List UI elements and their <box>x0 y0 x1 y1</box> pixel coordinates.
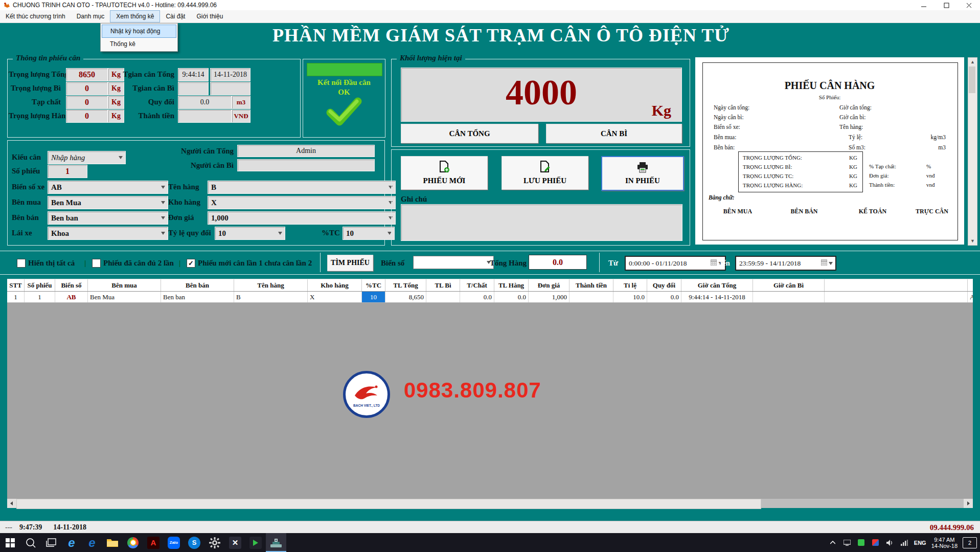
task-view-icon[interactable] <box>41 533 61 552</box>
taskbar-chrome-icon[interactable] <box>123 533 143 552</box>
table-header-cell[interactable]: Giờ cân Bì <box>753 279 825 291</box>
taskbar-edge2-icon[interactable]: e <box>82 533 102 552</box>
lai-xe-select[interactable]: Khoa <box>48 227 168 240</box>
table-cell[interactable]: 10.0 <box>613 292 647 302</box>
tray-language[interactable]: ENG <box>914 540 926 546</box>
table-cell[interactable]: 10 <box>362 292 385 302</box>
maximize-button[interactable] <box>935 0 958 10</box>
taskbar-x-app-icon[interactable]: ✕ <box>225 533 245 552</box>
table-cell[interactable]: 0.0 <box>460 292 494 302</box>
don-gia-select[interactable]: 1,000 <box>208 211 396 225</box>
table-header-cell[interactable]: Bên mua <box>88 279 161 291</box>
tray-monitor-icon[interactable] <box>842 538 852 547</box>
menu-item-thong-ke[interactable]: Thống kê <box>102 38 176 50</box>
ben-mua-select[interactable]: Ben Mua <box>48 196 168 209</box>
luu-phieu-button[interactable]: LƯU PHIẾU <box>502 156 588 190</box>
table-header-cell[interactable]: Số phiếu <box>25 279 55 291</box>
taskbar-adobe-icon[interactable]: A <box>143 533 164 552</box>
tc-select[interactable]: 10 <box>343 227 395 240</box>
ben-ban-select[interactable]: Ben ban <box>48 211 168 225</box>
phieu-moi-button[interactable]: PHIẾU MỚI <box>401 156 488 190</box>
taskbar-scale-app-icon[interactable] <box>266 533 286 552</box>
table-cell[interactable]: Ben ban <box>161 292 234 302</box>
table-header-cell[interactable]: Biển số <box>55 279 88 291</box>
tray-volume-icon[interactable] <box>885 538 895 547</box>
checkbox-box-2[interactable]: ✓ <box>187 259 195 268</box>
taskbar-explorer-icon[interactable] <box>102 533 123 552</box>
table-header-cell[interactable]: Kho hàng <box>308 279 362 291</box>
table-header-cell[interactable]: %TC <box>362 279 385 291</box>
tray-zalo-icon[interactable] <box>857 538 866 547</box>
table-header-cell[interactable]: Tên hàng <box>234 279 308 291</box>
table-horizontal-scrollbar[interactable] <box>7 499 973 508</box>
menu-cai-dat[interactable]: Cài đặt <box>160 10 191 23</box>
table-cell[interactable]: AB <box>55 292 88 302</box>
close-button[interactable] <box>958 0 980 10</box>
table-header-cell[interactable]: T/Chất <box>460 279 494 291</box>
kho-hang-select[interactable]: X <box>208 196 396 209</box>
taskbar-messenger-icon[interactable]: S <box>184 533 204 552</box>
scroll-up-icon[interactable]: ▲ <box>968 58 977 66</box>
menu-xem-thong-ke[interactable]: Xem thống kê <box>110 10 160 23</box>
table-cell[interactable]: 1,000 <box>529 292 569 302</box>
menu-ket-thuc-chuong-trinh[interactable]: Kết thúc chương trình <box>0 10 71 23</box>
den-date-picker[interactable]: 23:59:59 - 14/11/2018 <box>735 256 836 271</box>
kieu-can-select[interactable]: Nhập hàng <box>48 151 126 164</box>
table-header-cell[interactable]: TL Tổng <box>385 279 426 291</box>
table-header-cell[interactable]: Bên bán <box>161 279 234 291</box>
table-cell[interactable] <box>569 292 613 302</box>
table-cell[interactable]: 8,650 <box>385 292 426 302</box>
ty-le-quy-doi-select[interactable]: 10 <box>215 227 285 240</box>
bien-so-filter-select[interactable] <box>413 256 494 269</box>
scroll-right-icon[interactable] <box>964 499 973 508</box>
taskbar-zalo-icon[interactable]: Zalo <box>164 533 184 552</box>
table-cell[interactable] <box>753 292 825 302</box>
tray-network-icon[interactable] <box>900 538 909 547</box>
table-cell[interactable]: Adm <box>968 292 973 302</box>
checkbox-label-hien-thi-tat-ca[interactable]: Hiển thị tất cả <box>28 259 75 268</box>
taskbar-settings-icon[interactable] <box>204 533 225 552</box>
menu-gioi-thieu[interactable]: Giới thiệu <box>191 10 229 23</box>
ghi-chu-textarea[interactable] <box>401 204 682 241</box>
table-header-cell[interactable]: TL Hàng <box>494 279 529 291</box>
table-cell[interactable]: B <box>234 292 308 302</box>
table-cell[interactable] <box>825 292 968 302</box>
scroll-left-icon[interactable] <box>7 499 16 508</box>
table-header-cell[interactable]: Quy đổi <box>647 279 681 291</box>
tray-clock[interactable]: 9:47 AM 14-Nov-18 <box>931 537 958 549</box>
menu-item-nhat-ky-hoat-dong[interactable]: Nhật ký hoạt động <box>102 25 176 38</box>
in-phieu-button[interactable]: IN PHIẾU <box>601 156 684 191</box>
taskbar-edge-icon[interactable]: e <box>61 533 82 552</box>
menu-danh-muc[interactable]: Danh mục <box>71 10 110 23</box>
checkbox-box-0[interactable] <box>17 259 26 268</box>
table-cell[interactable] <box>426 292 460 302</box>
minimize-button[interactable] <box>913 0 935 10</box>
start-button[interactable] <box>0 533 20 552</box>
so-phieu-field[interactable]: 1 <box>48 165 87 178</box>
table-cell[interactable]: 1 <box>25 292 55 302</box>
table-header-cell[interactable]: Đơn giá <box>529 279 569 291</box>
table-row[interactable]: 11ABBen MuaBen banBX108,6500.00.01,00010… <box>7 292 973 303</box>
taskbar-media-app-icon[interactable] <box>245 533 266 552</box>
receipt-scrollbar[interactable]: ▲ ▼ <box>968 57 977 246</box>
table-header-cell[interactable]: T <box>968 279 973 291</box>
table-header-cell[interactable] <box>825 279 968 291</box>
search-icon[interactable] <box>20 533 41 552</box>
scrollbar-thumb[interactable] <box>969 67 975 93</box>
table-cell[interactable]: Ben Mua <box>88 292 161 302</box>
bien-so-xe-select[interactable]: AB <box>48 181 168 194</box>
table-cell[interactable]: 1 <box>7 292 25 302</box>
checkbox-label-phieu-da-can[interactable]: Phiếu đã cân đủ 2 lần <box>103 259 174 268</box>
tim-phieu-button[interactable]: TÌM PHIẾU <box>327 255 373 271</box>
table-header-cell[interactable]: Giờ cân Tổng <box>681 279 753 291</box>
scrollbar-thumb[interactable] <box>16 499 761 509</box>
scroll-down-icon[interactable]: ▼ <box>968 237 977 245</box>
table-cell[interactable]: 0.0 <box>647 292 681 302</box>
table-header-cell[interactable]: STT <box>7 279 25 291</box>
table-cell[interactable]: 9:44:14 - 14-11-2018 <box>681 292 753 302</box>
can-tong-button[interactable]: CÂN TỔNG <box>401 124 538 143</box>
table-cell[interactable]: 0.0 <box>494 292 529 302</box>
checkbox-box-1[interactable] <box>92 259 101 268</box>
table-cell[interactable]: X <box>308 292 362 302</box>
table-header-cell[interactable]: Thành tiền <box>569 279 613 291</box>
